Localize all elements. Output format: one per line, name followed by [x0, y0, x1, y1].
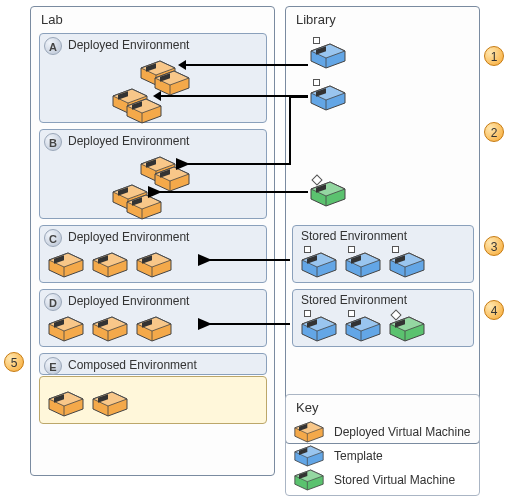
stored-vm-icon	[294, 469, 324, 491]
env-badge-e: E	[44, 357, 62, 375]
stored-env-2: Stored Environment	[292, 289, 474, 347]
deployed-vm-icon	[154, 166, 190, 192]
template-icon	[389, 252, 425, 278]
env-title-a: Deployed Environment	[68, 38, 189, 52]
env-badge-b: B	[44, 133, 62, 151]
deployed-vm-icon	[48, 316, 84, 342]
template-icon	[301, 252, 337, 278]
marker-4: 4	[484, 300, 504, 320]
env-e-header: E Composed Environment	[39, 353, 267, 375]
stored-env-title-2: Stored Environment	[301, 293, 407, 307]
deployed-vm-icon	[136, 252, 172, 278]
deployed-vm-icon	[48, 252, 84, 278]
template-icon	[345, 252, 381, 278]
deployed-vm-icon	[48, 391, 84, 417]
deployed-vm-icon	[136, 316, 172, 342]
env-title-e: Composed Environment	[68, 358, 197, 372]
deployed-vm-icon	[92, 391, 128, 417]
arrow-icon	[185, 64, 308, 66]
env-a: A Deployed Environment	[39, 33, 267, 123]
key-label: Stored Virtual Machine	[334, 473, 455, 487]
marker-1: 1	[484, 46, 504, 66]
stored-env-title-1: Stored Environment	[301, 229, 407, 243]
marker-5: 5	[4, 352, 24, 372]
stored-env-1: Stored Environment	[292, 225, 474, 283]
key-row-deployed: Deployed Virtual Machine	[294, 421, 471, 443]
env-badge-a: A	[44, 37, 62, 55]
env-badge-d: D	[44, 293, 62, 311]
lab-panel: Lab A Deployed Environment B Deployed En…	[30, 6, 275, 476]
key-title: Key	[296, 400, 318, 415]
deployed-vm-icon	[92, 316, 128, 342]
env-badge-c: C	[44, 229, 62, 247]
library-title: Library	[296, 12, 336, 27]
key-panel: Key Deployed Virtual Machine Template St…	[285, 394, 480, 496]
stored-vm-icon	[310, 181, 346, 207]
key-row-template: Template	[294, 445, 383, 467]
key-label: Deployed Virtual Machine	[334, 425, 471, 439]
template-icon	[345, 316, 381, 342]
marker-3: 3	[484, 236, 504, 256]
deployed-vm-icon	[126, 98, 162, 124]
env-c: C Deployed Environment	[39, 225, 267, 283]
env-d: D Deployed Environment	[39, 289, 267, 347]
template-icon	[294, 445, 324, 467]
library-panel: Library Stored Environment Stored Enviro…	[285, 6, 480, 444]
arrow-icon	[160, 95, 308, 97]
deployed-vm-icon	[294, 421, 324, 443]
key-row-stored: Stored Virtual Machine	[294, 469, 455, 491]
template-icon	[310, 43, 346, 69]
template-icon	[301, 316, 337, 342]
deployed-vm-icon	[92, 252, 128, 278]
lab-title: Lab	[41, 12, 63, 27]
key-label: Template	[334, 449, 383, 463]
deployed-vm-icon	[126, 194, 162, 220]
env-title-d: Deployed Environment	[68, 294, 189, 308]
env-b: B Deployed Environment	[39, 129, 267, 219]
marker-2: 2	[484, 122, 504, 142]
env-e-body	[39, 376, 267, 424]
template-icon	[310, 85, 346, 111]
env-title-c: Deployed Environment	[68, 230, 189, 244]
env-title-b: Deployed Environment	[68, 134, 189, 148]
stored-vm-icon	[389, 316, 425, 342]
